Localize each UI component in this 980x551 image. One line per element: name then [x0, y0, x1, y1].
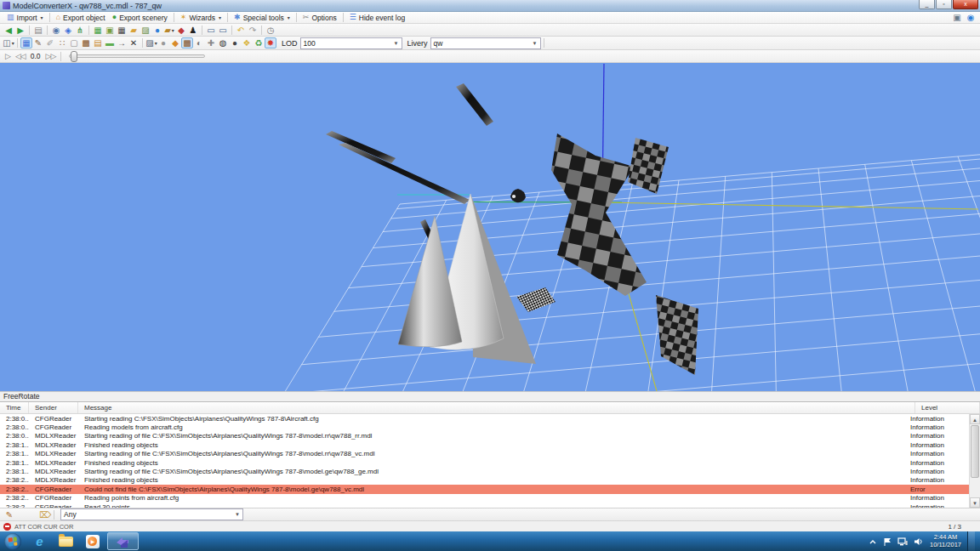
log-level-filter-combobox[interactable]: Any ▼: [60, 508, 243, 520]
texture-folder-icon[interactable]: ▰▾: [163, 25, 175, 36]
network-icon[interactable]: [897, 537, 908, 546]
menu-item-options[interactable]: ✂Options: [299, 12, 340, 23]
start-button[interactable]: [4, 533, 21, 550]
attach-arrow-icon[interactable]: →: [116, 37, 128, 48]
scroll-down-icon[interactable]: ▼: [970, 497, 980, 508]
pin-view-icon[interactable]: ◈: [62, 25, 74, 36]
menu-item-special-tools[interactable]: ✱Special tools▾: [231, 12, 293, 23]
column-header-message[interactable]: Message: [78, 402, 915, 413]
clear-log-icon[interactable]: ⌦: [39, 509, 51, 520]
lod-combobox[interactable]: 100 ▼: [300, 37, 402, 49]
log-row[interactable]: 2:38:0...CFGReaderStarting reading C:\FS…: [0, 414, 969, 423]
refresh-icon[interactable]: ♻: [253, 37, 265, 48]
redo-icon[interactable]: ↷: [247, 25, 259, 36]
layers-icon[interactable]: ▤: [92, 37, 104, 48]
log-row[interactable]: 2:38:1...MDLXReaderFinished reading obje…: [0, 458, 969, 467]
ground-plane-icon[interactable]: ▬: [104, 37, 116, 48]
column-header-sender[interactable]: Sender: [29, 402, 78, 413]
log-row[interactable]: 2:38:2...MDLXReaderFinished reading obje…: [0, 476, 969, 485]
log-row[interactable]: 2:38:1...MDLXReaderFinished reading obje…: [0, 440, 969, 449]
menu-item-export-scenery[interactable]: ●Export scenery: [109, 12, 171, 23]
history-clock-icon[interactable]: ◷: [265, 25, 276, 36]
log-cell-sender: MDLXReader: [29, 441, 78, 449]
orange-tool-icon[interactable]: ◆: [169, 37, 181, 48]
close-button[interactable]: x: [953, 0, 978, 9]
action-center-flag-icon[interactable]: [883, 537, 892, 546]
group-objects-icon[interactable]: ∷: [56, 37, 68, 48]
people-icon[interactable]: ◆: [175, 25, 187, 36]
taskbar-clock[interactable]: 2:44 AM 10/11/2017: [930, 534, 961, 548]
log-row[interactable]: 2:38:0...CFGReaderReading models from ai…: [0, 423, 969, 431]
taskbar-modelconverterx-active[interactable]: [107, 532, 139, 550]
column-header-level[interactable]: Level: [915, 402, 980, 413]
shaded-sphere-icon[interactable]: ●: [157, 37, 169, 48]
properties-icon[interactable]: ▤: [32, 25, 44, 36]
menu-item-wizards[interactable]: ✶Wizards▾: [177, 12, 225, 23]
slider-thumb[interactable]: [71, 51, 77, 62]
draw-edit-icon[interactable]: ✎: [32, 37, 44, 48]
open-folder-icon[interactable]: ▰: [128, 25, 140, 36]
undo-icon[interactable]: ↶: [235, 25, 247, 36]
edit-log-icon[interactable]: ✎: [3, 509, 15, 520]
minimize-button[interactable]: _: [919, 0, 935, 9]
menu-item-hide-event-log[interactable]: ☰Hide event log: [346, 12, 408, 23]
title-bar[interactable]: ModelConverterX - qw788_vc.mdl - 787_qw …: [0, 0, 980, 12]
step-forward-button[interactable]: ▷▷: [46, 52, 56, 60]
menu-item-export-object[interactable]: ⌂Export object: [53, 12, 109, 23]
scrollbar-thumb[interactable]: [971, 425, 979, 478]
taskbar-file-explorer[interactable]: [54, 532, 77, 550]
hierarchy-icon[interactable]: ⋔: [74, 25, 86, 36]
half-sphere-icon[interactable]: ◐: [193, 37, 205, 48]
picture-icon[interactable]: ▨: [140, 25, 151, 36]
material-mode-icon[interactable]: ▨▾: [145, 37, 157, 48]
forward-icon[interactable]: ▶: [14, 25, 26, 36]
back-icon[interactable]: ◀: [3, 25, 14, 36]
attach-points-icon[interactable]: ✐: [44, 37, 56, 48]
3d-viewport[interactable]: [0, 63, 980, 391]
show-desktop-button[interactable]: [967, 531, 975, 551]
log-row[interactable]: 2:38:1...MDLXReaderStarting reading of f…: [0, 450, 969, 458]
monitor-2-icon[interactable]: ▭: [217, 25, 229, 36]
menu-item-import[interactable]: ▥Import▾: [3, 12, 47, 23]
hand-tool-icon[interactable]: ❖: [241, 37, 253, 48]
person-icon[interactable]: ♟: [187, 25, 199, 36]
scroll-up-icon[interactable]: ▲: [970, 414, 980, 424]
special-tools-label: Special tools: [243, 14, 284, 22]
textured-box-icon[interactable]: ▩: [80, 37, 92, 48]
monitor-1-icon[interactable]: ▭: [205, 25, 217, 36]
pin-view-glyph: ◈: [65, 26, 71, 35]
hand-tool-glyph: ❖: [243, 38, 251, 48]
taskbar-internet-explorer[interactable]: e: [28, 532, 51, 550]
zoom-object-icon[interactable]: ◉: [50, 25, 62, 36]
livery-combobox[interactable]: qw ▼: [430, 37, 541, 49]
column-header-time[interactable]: Time: [0, 402, 29, 413]
show-grid-icon[interactable]: ▦: [20, 37, 32, 48]
help-icon[interactable]: ◉: [965, 12, 977, 23]
animation-slider[interactable]: [69, 54, 205, 58]
window-icon[interactable]: ▣: [951, 12, 963, 23]
checker-ball-icon[interactable]: ◍: [217, 37, 229, 48]
log-row[interactable]: 2:38:1...MDLXReaderStarting reading of f…: [0, 467, 969, 475]
log-row-error[interactable]: 2:38:2...CFGReaderCould not find file C:…: [0, 485, 969, 493]
globe-icon[interactable]: ●: [151, 25, 163, 36]
scenery-grid-icon[interactable]: ▦: [92, 25, 104, 36]
image-tool-icon[interactable]: ▣: [104, 25, 116, 36]
red-hand-icon[interactable]: ✸: [265, 37, 276, 48]
log-row[interactable]: 2:38:0...MDLXReaderStarting reading of f…: [0, 432, 969, 440]
delete-object-icon[interactable]: ✕: [128, 37, 140, 48]
log-row[interactable]: 2:38:2...CFGReaderReading points from ai…: [0, 494, 969, 503]
play-button[interactable]: ▷: [5, 52, 10, 60]
step-back-button[interactable]: ◁◁: [15, 52, 26, 60]
texture-box-icon[interactable]: ▩: [181, 37, 193, 48]
speaker-icon[interactable]: [914, 537, 924, 546]
cross-tool-icon[interactable]: ✚: [205, 37, 217, 48]
view-mode-icon[interactable]: ◫▾: [3, 37, 14, 48]
slider-track[interactable]: [69, 54, 205, 58]
event-log-scrollbar[interactable]: ▲ ▼: [969, 414, 980, 508]
hidden-icons-chevron-icon[interactable]: [869, 538, 877, 545]
wireframe-box-icon[interactable]: ▢: [68, 37, 80, 48]
maximize-button[interactable]: ▫: [936, 0, 952, 9]
dark-ball-icon[interactable]: ●: [229, 37, 241, 48]
calendar-icon[interactable]: ▦: [116, 25, 128, 36]
taskbar-media-player[interactable]: ▶: [81, 532, 104, 550]
